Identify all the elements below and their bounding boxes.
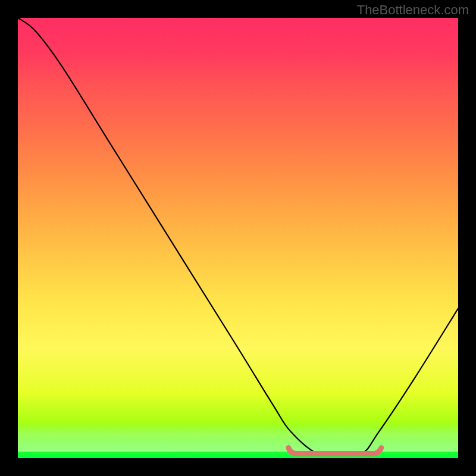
bottleneck-curve xyxy=(18,18,458,456)
watermark-text: TheBottleneck.com xyxy=(357,2,469,18)
plot-area xyxy=(18,18,458,458)
curve-svg xyxy=(18,18,458,458)
chart-container: TheBottleneck.com xyxy=(0,0,476,476)
